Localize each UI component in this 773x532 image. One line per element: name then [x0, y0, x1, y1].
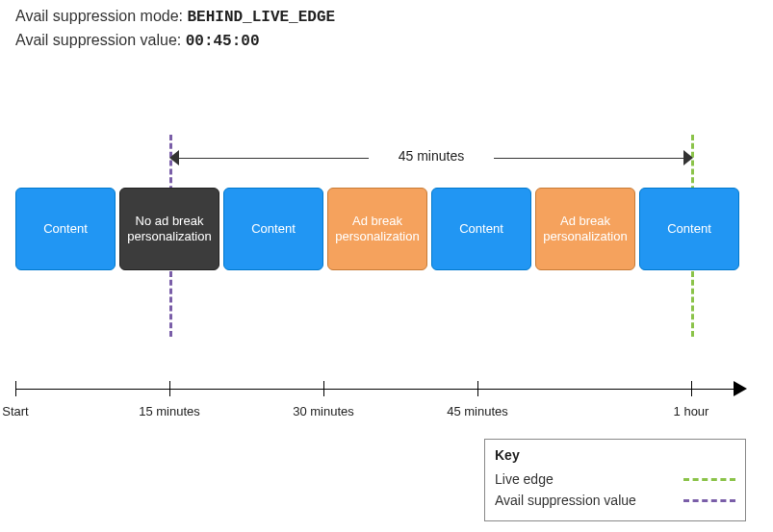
arrow-icon — [734, 381, 747, 396]
legend-swatch — [683, 499, 735, 502]
axis-tick-label: 1 hour — [674, 404, 709, 418]
axis-tick — [323, 381, 324, 396]
value-label: Avail suppression value: — [15, 32, 181, 48]
axis-tick-label: 15 minutes — [139, 404, 200, 418]
block-label: Content — [459, 221, 503, 237]
block-label: Content — [43, 221, 88, 237]
timeline-block: Ad break personalization — [535, 188, 635, 270]
timeline-block: Content — [15, 188, 116, 270]
legend-row: Live edge — [495, 469, 735, 490]
legend-title: Key — [495, 447, 735, 463]
legend-label: Live edge — [495, 471, 554, 487]
legend-swatch — [683, 478, 735, 481]
diagram-canvas: Avail suppression mode: BEHIND_LIVE_EDGE… — [0, 0, 773, 532]
axis-tick — [477, 381, 478, 396]
value-value: 00:45:00 — [186, 33, 260, 50]
mode-label: Avail suppression mode: — [15, 8, 183, 24]
header-settings: Avail suppression mode: BEHIND_LIVE_EDGE… — [15, 8, 335, 56]
timeline-block: No ad break personalization — [119, 188, 219, 270]
timeline-block: Content — [639, 188, 739, 270]
block-label: Content — [251, 221, 296, 237]
legend-row: Avail suppression value — [495, 490, 735, 511]
axis-tick-label: 30 minutes — [293, 404, 354, 418]
legend-label: Avail suppression value — [495, 493, 636, 508]
legend-box: Key Live edgeAvail suppression value — [484, 439, 746, 521]
axis-tick — [169, 381, 170, 396]
mode-value: BEHIND_LIVE_EDGE — [187, 9, 335, 26]
timeline-block: Ad break personalization — [327, 188, 427, 270]
axis-tick — [691, 381, 692, 396]
block-label: Content — [667, 221, 711, 237]
timeline-blocks: ContentNo ad break personalizationConten… — [15, 188, 739, 270]
block-label: Ad break personalization — [332, 214, 423, 243]
block-label: No ad break personalization — [124, 214, 215, 243]
axis-tick-label: Start — [2, 404, 28, 418]
time-axis: Start15 minutes30 minutes45 minutes1 hou… — [15, 369, 747, 408]
axis-tick — [15, 381, 16, 396]
block-label: Ad break personalization — [540, 214, 631, 243]
timeline-block: Content — [223, 188, 323, 270]
timeline-block: Content — [431, 188, 531, 270]
axis-tick-label: 45 minutes — [447, 404, 508, 418]
duration-measure: 45 minutes — [171, 146, 691, 169]
duration-label: 45 minutes — [171, 148, 691, 164]
